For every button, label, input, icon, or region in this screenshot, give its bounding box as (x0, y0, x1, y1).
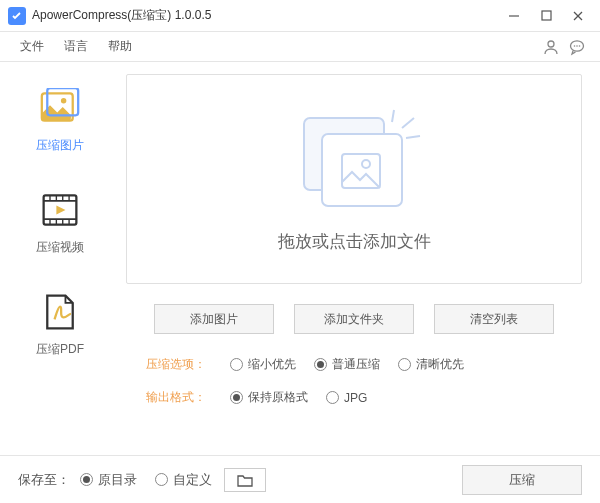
main-panel: 拖放或点击添加文件 添加图片 添加文件夹 清空列表 压缩选项： 缩小优先 普通压… (120, 62, 600, 455)
output-format-label: 输出格式： (146, 389, 206, 406)
clear-list-button[interactable]: 清空列表 (434, 304, 554, 334)
svg-rect-1 (542, 11, 551, 20)
add-folder-button[interactable]: 添加文件夹 (294, 304, 414, 334)
sidebar-item-image[interactable]: 压缩图片 (10, 80, 110, 162)
folder-icon (237, 473, 253, 487)
maximize-button[interactable] (530, 2, 562, 30)
svg-point-8 (579, 45, 581, 47)
svg-rect-24 (322, 134, 402, 206)
menu-help[interactable]: 帮助 (98, 38, 142, 55)
menubar: 文件 语言 帮助 (0, 32, 600, 62)
svg-line-28 (406, 136, 420, 138)
footer: 保存至： 原目录 自定义 压缩 (0, 455, 600, 503)
drop-text: 拖放或点击添加文件 (278, 230, 431, 253)
compress-option-label: 压缩选项： (146, 356, 206, 373)
drop-area[interactable]: 拖放或点击添加文件 (126, 74, 582, 284)
window-title: ApowerCompress(压缩宝) 1.0.0.5 (32, 7, 498, 24)
compress-option-row: 压缩选项： 缩小优先 普通压缩 清晰优先 (146, 356, 582, 373)
add-image-button[interactable]: 添加图片 (154, 304, 274, 334)
menu-file[interactable]: 文件 (10, 38, 54, 55)
radio-keep-format[interactable]: 保持原格式 (230, 389, 308, 406)
svg-line-29 (392, 110, 394, 122)
sidebar: 压缩图片 压缩视频 压缩PDF (0, 62, 120, 455)
sidebar-item-label: 压缩视频 (10, 239, 110, 256)
compress-button[interactable]: 压缩 (462, 465, 582, 495)
menu-language[interactable]: 语言 (54, 38, 98, 55)
svg-point-6 (574, 45, 576, 47)
svg-line-27 (402, 118, 414, 128)
radio-normal-compress[interactable]: 普通压缩 (314, 356, 380, 373)
placeholder-image-icon (284, 106, 424, 216)
minimize-button[interactable] (498, 2, 530, 30)
titlebar: ApowerCompress(压缩宝) 1.0.0.5 (0, 0, 600, 32)
user-icon[interactable] (538, 34, 564, 60)
radio-custom-dir[interactable]: 自定义 (155, 471, 212, 489)
svg-point-4 (548, 41, 554, 47)
options-panel: 压缩选项： 缩小优先 普通压缩 清晰优先 输出格式： 保持原格式 JPG (126, 356, 582, 406)
output-format-row: 输出格式： 保持原格式 JPG (146, 389, 582, 406)
action-buttons: 添加图片 添加文件夹 清空列表 (126, 304, 582, 334)
svg-point-10 (61, 98, 66, 103)
close-button[interactable] (562, 2, 594, 30)
app-icon (8, 7, 26, 25)
radio-original-dir[interactable]: 原目录 (80, 471, 137, 489)
radio-shrink-priority[interactable]: 缩小优先 (230, 356, 296, 373)
sidebar-item-label: 压缩PDF (10, 341, 110, 358)
sidebar-item-label: 压缩图片 (10, 137, 110, 154)
radio-jpg-format[interactable]: JPG (326, 391, 367, 405)
browse-folder-button[interactable] (224, 468, 266, 492)
save-to-label: 保存至： (18, 471, 70, 489)
radio-quality-priority[interactable]: 清晰优先 (398, 356, 464, 373)
sidebar-item-pdf[interactable]: 压缩PDF (10, 284, 110, 366)
sidebar-item-video[interactable]: 压缩视频 (10, 182, 110, 264)
svg-point-7 (576, 45, 578, 47)
feedback-icon[interactable] (564, 34, 590, 60)
